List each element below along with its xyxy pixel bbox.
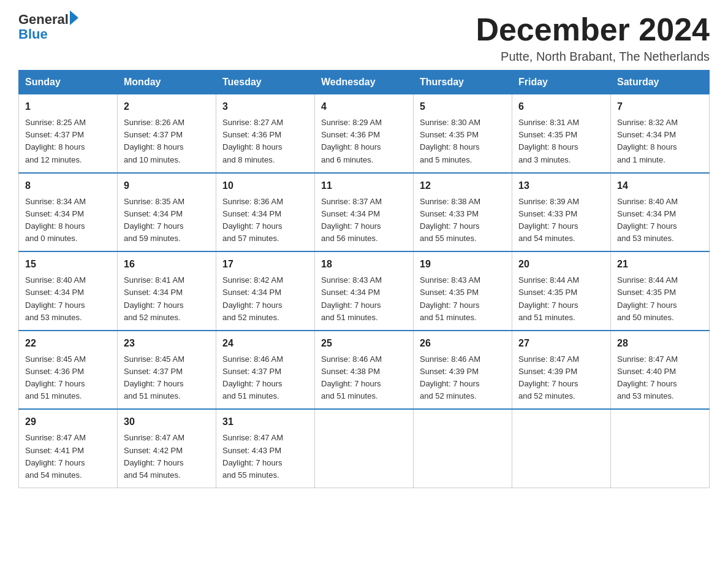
day-number: 29 xyxy=(25,415,111,429)
day-info: Sunrise: 8:47 AM Sunset: 4:39 PM Dayligh… xyxy=(518,353,604,403)
day-info: Sunrise: 8:47 AM Sunset: 4:43 PM Dayligh… xyxy=(222,432,308,481)
day-info: Sunrise: 8:42 AM Sunset: 4:34 PM Dayligh… xyxy=(222,274,308,324)
day-info: Sunrise: 8:46 AM Sunset: 4:39 PM Dayligh… xyxy=(420,353,506,403)
weekday-header-tuesday: Tuesday xyxy=(216,71,315,94)
day-number: 11 xyxy=(321,178,407,193)
day-info: Sunrise: 8:40 AM Sunset: 4:34 PM Dayligh… xyxy=(617,196,703,245)
calendar-week-row: 8Sunrise: 8:34 AM Sunset: 4:34 PM Daylig… xyxy=(19,173,710,252)
day-number: 2 xyxy=(124,99,210,114)
day-number: 9 xyxy=(124,178,210,193)
calendar-cell: 2Sunrise: 8:26 AM Sunset: 4:37 PM Daylig… xyxy=(118,94,216,173)
calendar-cell: 26Sunrise: 8:46 AM Sunset: 4:39 PM Dayli… xyxy=(414,331,512,410)
weekday-header-friday: Friday xyxy=(512,71,611,94)
day-number: 30 xyxy=(124,415,210,429)
calendar-cell: 31Sunrise: 8:47 AM Sunset: 4:43 PM Dayli… xyxy=(216,409,315,488)
logo-blue: Blue xyxy=(18,27,78,42)
calendar-cell xyxy=(512,409,611,488)
day-number: 1 xyxy=(25,99,111,114)
day-number: 22 xyxy=(25,336,111,351)
day-number: 20 xyxy=(518,257,604,272)
calendar-cell: 14Sunrise: 8:40 AM Sunset: 4:34 PM Dayli… xyxy=(611,173,710,252)
calendar-cell: 12Sunrise: 8:38 AM Sunset: 4:33 PM Dayli… xyxy=(414,173,512,252)
day-info: Sunrise: 8:26 AM Sunset: 4:37 PM Dayligh… xyxy=(124,117,210,166)
day-info: Sunrise: 8:38 AM Sunset: 4:33 PM Dayligh… xyxy=(420,196,506,245)
day-info: Sunrise: 8:44 AM Sunset: 4:35 PM Dayligh… xyxy=(617,274,703,324)
day-number: 4 xyxy=(321,99,407,114)
day-info: Sunrise: 8:35 AM Sunset: 4:34 PM Dayligh… xyxy=(124,196,210,245)
day-info: Sunrise: 8:43 AM Sunset: 4:35 PM Dayligh… xyxy=(420,274,506,324)
day-info: Sunrise: 8:39 AM Sunset: 4:33 PM Dayligh… xyxy=(518,196,604,245)
day-info: Sunrise: 8:41 AM Sunset: 4:34 PM Dayligh… xyxy=(124,274,210,324)
day-info: Sunrise: 8:47 AM Sunset: 4:40 PM Dayligh… xyxy=(617,353,703,403)
calendar-cell xyxy=(315,409,414,488)
day-info: Sunrise: 8:34 AM Sunset: 4:34 PM Dayligh… xyxy=(25,196,111,245)
title-section: December 2024 Putte, North Brabant, The … xyxy=(476,12,710,64)
month-title: December 2024 xyxy=(476,12,710,47)
day-info: Sunrise: 8:25 AM Sunset: 4:37 PM Dayligh… xyxy=(25,117,111,166)
day-number: 19 xyxy=(420,257,506,272)
calendar-cell: 20Sunrise: 8:44 AM Sunset: 4:35 PM Dayli… xyxy=(512,251,611,331)
calendar-cell: 29Sunrise: 8:47 AM Sunset: 4:41 PM Dayli… xyxy=(19,409,118,488)
calendar-cell: 25Sunrise: 8:46 AM Sunset: 4:38 PM Dayli… xyxy=(315,331,414,410)
day-number: 24 xyxy=(222,336,308,351)
day-number: 6 xyxy=(518,99,604,114)
calendar-cell: 15Sunrise: 8:40 AM Sunset: 4:34 PM Dayli… xyxy=(19,251,118,331)
day-info: Sunrise: 8:31 AM Sunset: 4:35 PM Dayligh… xyxy=(518,117,604,166)
logo-triangle-icon xyxy=(70,10,78,25)
weekday-header-row: SundayMondayTuesdayWednesdayThursdayFrid… xyxy=(19,71,710,94)
day-number: 16 xyxy=(124,257,210,272)
day-info: Sunrise: 8:36 AM Sunset: 4:34 PM Dayligh… xyxy=(222,196,308,245)
calendar-cell: 23Sunrise: 8:45 AM Sunset: 4:37 PM Dayli… xyxy=(118,331,216,410)
day-number: 23 xyxy=(124,336,210,351)
calendar-cell: 8Sunrise: 8:34 AM Sunset: 4:34 PM Daylig… xyxy=(19,173,118,252)
calendar-cell: 18Sunrise: 8:43 AM Sunset: 4:34 PM Dayli… xyxy=(315,251,414,331)
day-info: Sunrise: 8:47 AM Sunset: 4:41 PM Dayligh… xyxy=(25,432,111,481)
calendar-cell: 19Sunrise: 8:43 AM Sunset: 4:35 PM Dayli… xyxy=(414,251,512,331)
calendar-week-row: 1Sunrise: 8:25 AM Sunset: 4:37 PM Daylig… xyxy=(19,94,710,173)
day-number: 14 xyxy=(617,178,703,193)
calendar-cell: 17Sunrise: 8:42 AM Sunset: 4:34 PM Dayli… xyxy=(216,251,315,331)
calendar-cell: 27Sunrise: 8:47 AM Sunset: 4:39 PM Dayli… xyxy=(512,331,611,410)
day-info: Sunrise: 8:43 AM Sunset: 4:34 PM Dayligh… xyxy=(321,274,407,324)
weekday-header-thursday: Thursday xyxy=(414,71,512,94)
day-number: 27 xyxy=(518,336,604,351)
day-number: 15 xyxy=(25,257,111,272)
calendar-cell: 28Sunrise: 8:47 AM Sunset: 4:40 PM Dayli… xyxy=(611,331,710,410)
day-number: 18 xyxy=(321,257,407,272)
day-number: 12 xyxy=(420,178,506,193)
day-number: 13 xyxy=(518,178,604,193)
calendar-cell: 24Sunrise: 8:46 AM Sunset: 4:37 PM Dayli… xyxy=(216,331,315,410)
calendar-cell: 22Sunrise: 8:45 AM Sunset: 4:36 PM Dayli… xyxy=(19,331,118,410)
location-title: Putte, North Brabant, The Netherlands xyxy=(476,50,710,64)
day-info: Sunrise: 8:30 AM Sunset: 4:35 PM Dayligh… xyxy=(420,117,506,166)
weekday-header-monday: Monday xyxy=(118,71,216,94)
calendar-cell: 11Sunrise: 8:37 AM Sunset: 4:34 PM Dayli… xyxy=(315,173,414,252)
day-info: Sunrise: 8:29 AM Sunset: 4:36 PM Dayligh… xyxy=(321,117,407,166)
calendar-cell: 30Sunrise: 8:47 AM Sunset: 4:42 PM Dayli… xyxy=(118,409,216,488)
day-number: 5 xyxy=(420,99,506,114)
day-info: Sunrise: 8:46 AM Sunset: 4:37 PM Dayligh… xyxy=(222,353,308,403)
page-header: General Blue December 2024 Putte, North … xyxy=(18,12,710,64)
day-number: 21 xyxy=(617,257,703,272)
day-number: 31 xyxy=(222,415,308,429)
day-number: 8 xyxy=(25,178,111,193)
day-info: Sunrise: 8:44 AM Sunset: 4:35 PM Dayligh… xyxy=(518,274,604,324)
day-info: Sunrise: 8:47 AM Sunset: 4:42 PM Dayligh… xyxy=(124,432,210,481)
logo-general: General xyxy=(18,12,69,27)
calendar-week-row: 22Sunrise: 8:45 AM Sunset: 4:36 PM Dayli… xyxy=(19,331,710,410)
calendar-cell xyxy=(414,409,512,488)
day-number: 25 xyxy=(321,336,407,351)
day-number: 26 xyxy=(420,336,506,351)
weekday-header-sunday: Sunday xyxy=(19,71,118,94)
day-info: Sunrise: 8:40 AM Sunset: 4:34 PM Dayligh… xyxy=(25,274,111,324)
day-number: 10 xyxy=(222,178,308,193)
calendar-cell: 4Sunrise: 8:29 AM Sunset: 4:36 PM Daylig… xyxy=(315,94,414,173)
day-number: 3 xyxy=(222,99,308,114)
day-info: Sunrise: 8:45 AM Sunset: 4:36 PM Dayligh… xyxy=(25,353,111,403)
calendar-cell: 10Sunrise: 8:36 AM Sunset: 4:34 PM Dayli… xyxy=(216,173,315,252)
calendar-cell: 6Sunrise: 8:31 AM Sunset: 4:35 PM Daylig… xyxy=(512,94,611,173)
calendar-cell: 16Sunrise: 8:41 AM Sunset: 4:34 PM Dayli… xyxy=(118,251,216,331)
day-info: Sunrise: 8:46 AM Sunset: 4:38 PM Dayligh… xyxy=(321,353,407,403)
calendar-cell: 7Sunrise: 8:32 AM Sunset: 4:34 PM Daylig… xyxy=(611,94,710,173)
day-number: 28 xyxy=(617,336,703,351)
